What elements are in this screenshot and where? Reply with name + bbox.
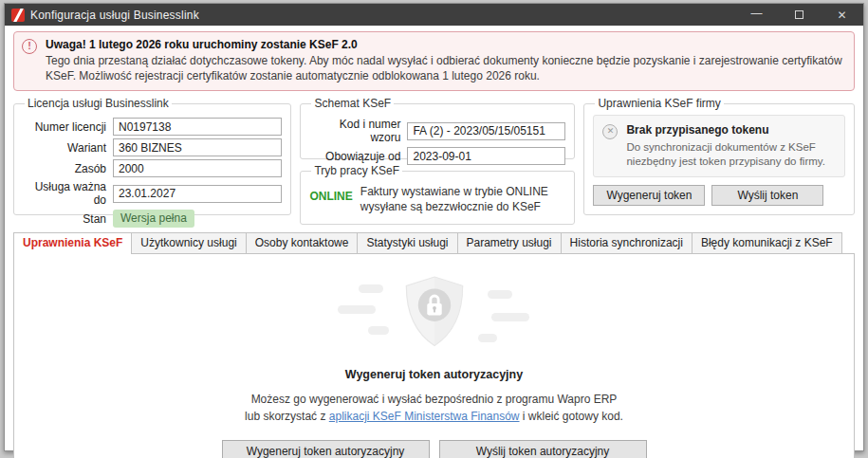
schema-date-label: Obowiązuje od [309,150,407,163]
tab-parametry-uslugi[interactable]: Parametry usługi [457,232,562,253]
token-text-line2-suffix: i wkleić gotowy kod. [520,410,623,423]
schema-code-field[interactable] [407,122,565,140]
generate-token-button[interactable]: Wygeneruj token [593,185,705,206]
tab-bledy-komunikacji[interactable]: Błędy komunikacji z KSeF [692,232,842,253]
license-state-badge: Wersja pełna [113,210,194,228]
send-token-button[interactable]: Wyślij token [711,185,823,206]
token-section-text: Możesz go wygenerować i wysłać bezpośred… [245,391,623,426]
warning-heading: Uwaga! 1 lutego 2026 roku uruchominy zos… [46,38,844,51]
warning-icon: ! [22,39,37,54]
middle-column: Schemat KSeF Kod i numer wzoru Obowiązuj… [300,97,575,224]
tab-strip: Uprawnienia KSeF Użytkownicy usługi Osob… [13,232,855,253]
shield-lock-graphic [330,273,539,353]
token-text-line1: Możesz go wygenerować i wysłać bezpośred… [251,393,618,406]
ksef-ministry-app-link[interactable]: aplikacji KSeF Ministerstwa Finansów [329,410,520,423]
schema-group: Schemat KSeF Kod i numer wzoru Obowiązuj… [300,97,575,159]
token-section-heading: Wygeneruj token autoryzacyjny [345,368,523,381]
tab-uprawnienia-ksef[interactable]: Uprawnienia KSeF [13,232,132,254]
tab-uzytkownicy-uslugi[interactable]: Użytkownicy usługi [131,232,246,253]
title-bar: Konfiguracja usługi Businesslink — ✕ [5,4,863,26]
license-resource-row: Zasób [23,159,282,177]
license-variant-row: Wariant [23,138,282,156]
schema-legend: Schemat KSeF [311,97,394,110]
minimize-icon: — [751,7,763,20]
window-title: Konfiguracja usługi Businesslink [30,9,199,22]
license-number-row: Numer licencji [23,118,282,136]
decor-pill [478,334,497,342]
license-number-field[interactable] [113,118,282,136]
token-text-line2-prefix: lub skorzystać z [245,410,329,423]
license-valid-row: Usługa ważna do [23,180,282,207]
permissions-buttons: Wygeneruj token Wyślij token [593,185,845,206]
close-button[interactable]: ✕ [821,4,863,26]
shield-lock-icon [398,273,471,353]
info-panels: Licencja usługi Businesslink Numer licen… [13,97,855,224]
schema-code-label: Kod i numer wzoru [309,118,407,144]
generate-auth-token-button[interactable]: Wygeneruj token autoryzacyjny [222,440,430,458]
license-variant-field[interactable] [113,138,282,156]
license-group: Licencja usługi Businesslink Numer licen… [13,97,291,215]
decor-pill [368,326,389,335]
license-variant-label: Wariant [23,141,113,155]
maximize-button[interactable] [778,4,821,26]
work-mode-group: Tryb pracy KSeF ONLINE Faktury wystawian… [300,164,575,224]
close-icon: ✕ [837,9,846,22]
license-resource-field[interactable] [113,159,282,177]
permissions-legend: Uprawnienia KSeF firmy [595,97,723,110]
dialog-window: Konfiguracja usługi Businesslink — ✕ ! U… [4,3,864,451]
tab-osoby-kontaktowe[interactable]: Osoby kontaktowe [246,232,359,253]
license-valid-label: Usługa ważna do [23,180,113,207]
work-mode-description: Faktury wystawiane w trybie ONLINE wysył… [360,185,566,214]
decor-pill [359,284,383,293]
work-mode-body: ONLINE Faktury wystawiane w trybie ONLIN… [309,185,565,214]
warning-banner: ! Uwaga! 1 lutego 2026 roku uruchominy z… [13,31,855,91]
token-action-buttons: Wygeneruj token autoryzacyjny Wyślij tok… [222,440,647,458]
warning-body: Tego dnia przestaną działać dotychczasow… [46,53,844,83]
warning-texts: Uwaga! 1 lutego 2026 roku uruchominy zos… [46,38,844,83]
license-resource-label: Zasób [23,162,113,175]
token-missing-body: Do synchronizacji dokumentów z KSeF niez… [626,140,836,169]
schema-date-row: Obowiązuje od [309,147,565,165]
license-legend: Licencja usługi Businesslink [25,97,172,110]
work-mode-legend: Tryb pracy KSeF [311,164,402,177]
license-state-label: Stan [23,212,113,226]
decor-pill [488,290,512,299]
send-auth-token-button[interactable]: Wyślij token autoryzacyjny [439,440,647,458]
schema-date-field[interactable] [407,147,565,165]
online-status: ONLINE [309,185,352,214]
decor-pill [338,305,376,314]
token-missing-icon: ✕ [602,124,618,139]
license-valid-field[interactable] [113,185,282,203]
token-missing-notice: ✕ Brak przypisanego tokenu Do synchroniz… [593,115,845,177]
tab-content-panel: Wygeneruj token autoryzacyjny Możesz go … [13,253,855,458]
permissions-group: Uprawnienia KSeF firmy ✕ Brak przypisane… [583,97,855,215]
tab-statystyki-uslugi[interactable]: Statystyki usługi [357,232,457,253]
license-state-row: Stan Wersja pełna [23,210,282,228]
license-number-label: Numer licencji [23,120,113,134]
minimize-button[interactable]: — [735,4,778,26]
tab-historia-synchronizacji[interactable]: Historia synchronizacji [561,232,693,253]
schema-code-row: Kod i numer wzoru [309,118,565,144]
token-missing-texts: Brak przypisanego tokenu Do synchronizac… [626,123,836,169]
token-missing-title: Brak przypisanego tokenu [626,123,836,137]
decor-pill [491,313,529,321]
businesslink-logo-icon [11,9,25,22]
maximize-icon [795,10,803,19]
